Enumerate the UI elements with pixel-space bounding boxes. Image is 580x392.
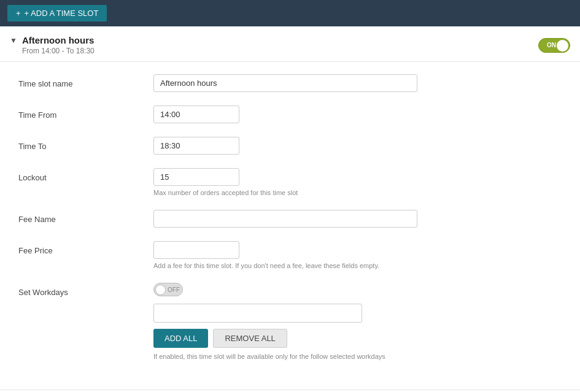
toggle-on-label: ON (547, 42, 556, 48)
time-slot-name-input[interactable] (153, 74, 417, 92)
time-from-row: Time From (18, 106, 562, 123)
form-area: Time slot name Time From Time To Lockout (0, 62, 580, 392)
time-to-row: Time To (18, 137, 562, 155)
set-workdays-row: Set Workdays OFF ADD ALL REMOVE ALL If e… (18, 283, 562, 360)
slot-header: ▼ Afternoon hours From 14:00 - To 18:30 … (0, 26, 580, 62)
add-all-button[interactable]: ADD ALL (153, 329, 208, 348)
lockout-label: Lockout (18, 168, 153, 182)
workdays-toggle-label: OFF (168, 286, 180, 293)
slot-title: Afternoon hours (22, 35, 95, 45)
plus-icon: + (16, 9, 21, 18)
time-from-label: Time From (18, 106, 153, 120)
footer-actions: SAVE DELETE (0, 390, 580, 392)
toggle-knob (557, 40, 568, 52)
fee-price-input[interactable] (153, 241, 239, 259)
fee-price-label: Fee Price (18, 241, 153, 255)
remove-all-button[interactable]: REMOVE ALL (213, 329, 287, 348)
slot-subtitle: From 14:00 - To 18:30 (22, 47, 95, 55)
workdays-hint: If enabled, this time slot will be avail… (153, 353, 562, 360)
time-slot-name-label: Time slot name (18, 74, 153, 88)
time-to-input[interactable] (153, 137, 239, 155)
fee-name-row: Fee Name (18, 210, 562, 228)
workdays-toggle-knob (155, 285, 166, 295)
set-workdays-label: Set Workdays (18, 283, 153, 297)
time-to-label: Time To (18, 137, 153, 151)
fee-name-label: Fee Name (18, 210, 153, 224)
fee-name-input[interactable] (153, 210, 417, 228)
fee-hint: Add a fee for this time slot. If you don… (153, 262, 562, 269)
time-slot-name-row: Time slot name (18, 74, 562, 92)
chevron-down-icon[interactable]: ▼ (10, 36, 17, 45)
slot-toggle[interactable]: ON (538, 38, 570, 53)
workdays-toggle[interactable]: OFF (153, 283, 183, 296)
add-time-slot-label: + ADD A TIME SLOT (25, 9, 99, 18)
lockout-input[interactable] (153, 168, 239, 186)
lockout-row: Lockout Max number of orders accepted fo… (18, 168, 562, 196)
time-from-input[interactable] (153, 106, 239, 123)
lockout-hint: Max number of orders accepted for this t… (153, 189, 562, 196)
add-time-slot-button[interactable]: + + ADD A TIME SLOT (7, 5, 107, 21)
fee-price-row: Fee Price Add a fee for this time slot. … (18, 241, 562, 269)
workdays-input[interactable] (153, 304, 362, 323)
